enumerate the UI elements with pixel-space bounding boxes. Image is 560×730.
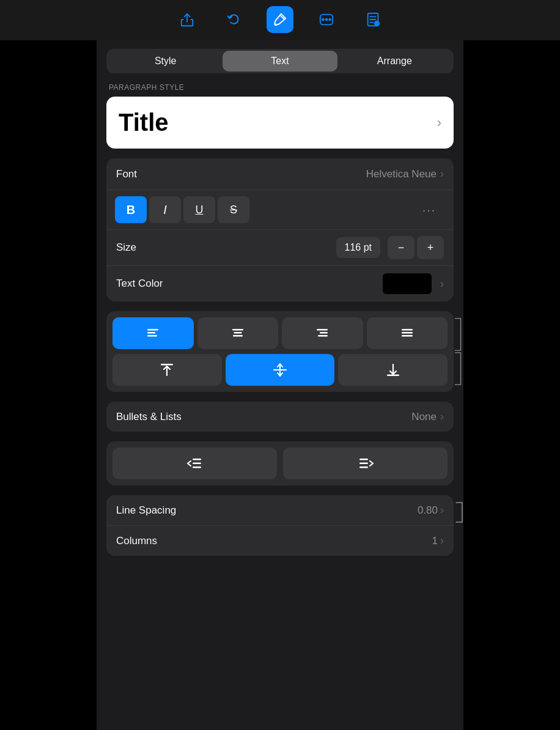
svg-rect-19 <box>318 335 328 337</box>
columns-row[interactable]: Columns 1 › <box>106 526 454 556</box>
bold-button[interactable]: B <box>115 196 147 223</box>
columns-value-group: 1 › <box>432 534 444 547</box>
svg-rect-13 <box>147 335 157 337</box>
tab-bar: Style Text Arrange <box>106 49 454 73</box>
text-color-label: Text Color <box>116 278 383 290</box>
tab-arrange[interactable]: Arrange <box>337 51 452 72</box>
svg-rect-35 <box>359 466 368 468</box>
strikethrough-button[interactable]: S <box>218 196 249 223</box>
svg-rect-14 <box>232 329 243 331</box>
h-align-row <box>112 317 448 349</box>
undo-icon[interactable] <box>220 6 247 33</box>
size-label: Size <box>116 241 336 254</box>
valign-middle-button[interactable] <box>226 354 335 386</box>
text-color-swatch[interactable] <box>383 273 432 294</box>
more-style-button[interactable]: ··· <box>413 196 445 223</box>
svg-rect-16 <box>233 335 243 337</box>
svg-rect-21 <box>402 332 413 334</box>
font-settings-group: Font Helvetica Neue › B I U S ··· Size <box>106 158 454 301</box>
top-toolbar <box>0 0 560 40</box>
size-decrease-button[interactable]: − <box>388 236 414 259</box>
font-chevron-icon: › <box>440 168 444 180</box>
bullets-lists-label: Bullets & Lists <box>116 411 182 423</box>
line-spacing-group: Line Spacing 0.80 › Columns 1 › <box>106 495 454 556</box>
align-justify-button[interactable] <box>367 317 448 349</box>
svg-point-0 <box>274 24 277 26</box>
svg-point-2 <box>326 19 328 21</box>
svg-rect-33 <box>359 459 368 460</box>
svg-rect-15 <box>234 332 241 334</box>
line-spacing-bracket <box>455 501 463 523</box>
indent-decrease-button[interactable] <box>112 448 277 479</box>
v-align-row <box>112 354 448 386</box>
alignment-group-wrapper <box>106 311 454 392</box>
bullets-lists-chevron-icon: › <box>440 410 444 423</box>
valign-top-button[interactable] <box>112 354 222 386</box>
line-spacing-value: 0.80 <box>418 504 438 517</box>
svg-rect-12 <box>147 332 155 334</box>
bullets-lists-value: None › <box>411 410 444 423</box>
align-left-button[interactable] <box>112 317 194 349</box>
alignment-group <box>106 311 454 392</box>
indent-increase-button[interactable] <box>283 448 448 479</box>
svg-rect-22 <box>402 335 413 337</box>
font-style-row: B I U S ··· <box>106 190 454 230</box>
svg-rect-23 <box>161 364 173 366</box>
line-spacing-wrapper: Line Spacing 0.80 › Columns 1 › <box>106 495 454 556</box>
more-icon[interactable] <box>313 6 340 33</box>
svg-rect-17 <box>317 329 328 331</box>
align-right-button[interactable] <box>282 317 363 349</box>
alignment-brackets <box>454 317 462 386</box>
paintbrush-icon[interactable] <box>267 6 293 33</box>
line-spacing-label: Line Spacing <box>116 504 418 517</box>
size-row: Size 116 pt − + <box>106 230 454 266</box>
italic-button[interactable]: I <box>149 196 181 223</box>
svg-rect-11 <box>147 329 158 331</box>
bullets-lists-row[interactable]: Bullets & Lists None › <box>106 402 454 432</box>
svg-rect-30 <box>193 459 201 460</box>
size-value[interactable]: 116 pt <box>336 237 380 258</box>
font-row[interactable]: Font Helvetica Neue › <box>106 158 454 190</box>
svg-rect-31 <box>193 463 201 465</box>
columns-value: 1 <box>432 535 438 547</box>
svg-rect-32 <box>193 466 201 468</box>
tab-style[interactable]: Style <box>108 51 223 72</box>
panel: Style Text Arrange PARAGRAPH STYLE Title… <box>97 40 463 730</box>
indent-group <box>106 441 454 485</box>
paragraph-style-chevron-icon: › <box>437 115 441 131</box>
paragraph-style-label: PARAGRAPH STYLE <box>97 83 463 97</box>
line-spacing-value-group: 0.80 › <box>418 504 444 517</box>
size-increase-button[interactable]: + <box>417 236 444 259</box>
svg-point-1 <box>322 19 324 21</box>
columns-chevron-icon: › <box>440 534 444 547</box>
valign-bottom-button[interactable] <box>338 354 448 386</box>
columns-label: Columns <box>116 535 432 547</box>
paragraph-style-card[interactable]: Title › <box>106 97 454 149</box>
font-label: Font <box>116 168 137 180</box>
underline-button[interactable]: U <box>183 196 215 223</box>
svg-point-3 <box>329 19 331 21</box>
line-spacing-row[interactable]: Line Spacing 0.80 › <box>106 495 454 526</box>
svg-rect-34 <box>359 463 368 465</box>
share-icon[interactable] <box>174 6 201 33</box>
text-color-chevron-icon: › <box>440 278 444 290</box>
align-center-button[interactable] <box>197 317 279 349</box>
svg-point-10 <box>375 22 378 25</box>
svg-rect-18 <box>320 332 328 334</box>
tab-text[interactable]: Text <box>223 51 337 72</box>
text-color-row[interactable]: Text Color › <box>106 266 454 301</box>
font-value: Helvetica Neue › <box>366 168 444 180</box>
paragraph-style-value: Title <box>119 109 169 136</box>
line-spacing-chevron-icon: › <box>440 504 444 517</box>
document-icon[interactable] <box>359 6 386 33</box>
svg-rect-20 <box>402 329 413 331</box>
